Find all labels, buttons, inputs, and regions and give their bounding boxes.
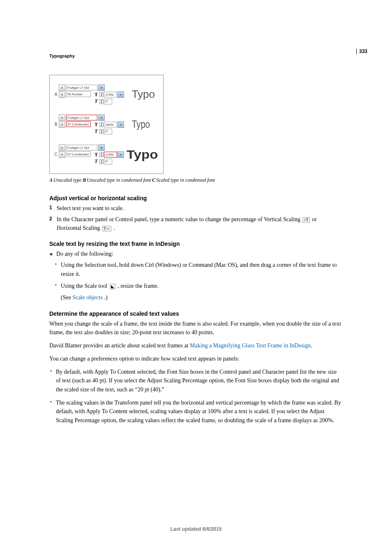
para-blatner-b: . (311, 342, 312, 349)
heading-scaled-text-values: Determine the appearance of scaled text … (49, 310, 343, 317)
vscale-field: 175% (104, 92, 117, 97)
pilcrow-icon: ¶ (59, 91, 65, 98)
bullet-transform-panel: The scaling values in the Transform pane… (49, 398, 343, 425)
font-family-field: Frutiger LT Std (66, 145, 97, 150)
spinner-icon: ▴▾ (99, 129, 104, 134)
step-2-text-a: In the Character panel or Control panel,… (57, 216, 302, 222)
bullet-scale-text-b: , resize the frame. (118, 283, 159, 289)
dropdown-icon: ▾ (98, 144, 105, 151)
para-scale-frame: When you change the scale of a frame, th… (49, 319, 343, 337)
heading-scale-text-frame: Scale text by resizing the text frame in… (49, 240, 343, 247)
figure-label-c: C (53, 152, 59, 157)
vscale-icon: T (93, 122, 99, 128)
chapter-title: Typography (49, 53, 343, 58)
bullet-scale-text-a: Using the Scale tool (61, 283, 109, 289)
figure-caption: AUnscaled type BUnscaled type in condens… (49, 177, 343, 183)
sample-text-c: Typo (127, 148, 158, 162)
figure-label-a: A (53, 92, 59, 97)
figure-row-c: C A Frutiger LT Std ▾ ¶ 57 Condensed T ▴… (50, 139, 163, 169)
char-style-icon: A (59, 114, 65, 121)
step-2: 2 In the Character panel or Control pane… (49, 215, 343, 232)
font-family-field: Frutiger LT Std (66, 85, 97, 90)
figure-row-b: B A Frutiger LT Std ▾ ¶ 57 Condensed T ▴… (50, 109, 163, 139)
pilcrow-icon: ¶ (59, 121, 65, 128)
horizontal-scaling-icon: T↔ (102, 226, 111, 231)
para-blatner: David Blatner provides an article about … (49, 341, 343, 350)
caption-label-c: C (152, 177, 155, 183)
font-style-field: 55 Roman (66, 91, 91, 97)
footer-last-updated: Last updated 6/6/2015 (0, 526, 392, 532)
vscale-field: 175% (104, 152, 117, 157)
bullet-selection-tool: Using the Selection tool, hold down Ctrl… (61, 261, 343, 278)
heading-adjust-scaling: Adjust vertical or horizontal scaling (49, 195, 343, 201)
vscale-icon: T (93, 92, 99, 98)
para-blatner-a: David Blatner provides an article about … (49, 342, 190, 349)
bullet-apply-to-content: By default, with Apply To Content select… (49, 368, 343, 394)
dropdown-icon: ▾ (118, 121, 124, 128)
figure-row-a: A A Frutiger LT Std ▾ ¶ 55 Roman T ▴▾ 17… (50, 79, 163, 109)
sample-text-b: Typo (132, 118, 150, 131)
spinner-icon: ▴▾ (99, 92, 104, 97)
step-1-text: Select text you want to scale. (57, 204, 124, 213)
skew-icon: T (93, 158, 99, 164)
link-scale-objects[interactable]: Scale objects (72, 294, 102, 301)
spinner-icon: ▴▾ (99, 122, 104, 127)
char-style-icon: A (59, 144, 65, 151)
step-1: 1Select text you want to scale. (49, 204, 343, 213)
link-magnifying-glass[interactable]: Making a Magnifying Glass Text Frame in … (190, 342, 311, 349)
figure-label-b: B (53, 122, 59, 127)
scale-tool-icon: ◣ (110, 284, 115, 289)
skew-icon: T (93, 128, 99, 134)
skew-field: 0° (104, 129, 112, 134)
vscale-icon: T (93, 152, 99, 158)
sample-text-a: Typo (132, 88, 155, 101)
spinner-icon: ▴▾ (99, 152, 104, 157)
spinner-icon: ▴▾ (99, 99, 104, 104)
vscale-field: 100% (104, 122, 117, 127)
font-family-field: Frutiger LT Std (66, 115, 97, 120)
vertical-scaling-icon: ↕T (302, 217, 309, 223)
figure-scaling-examples: A A Frutiger LT Std ▾ ¶ 55 Roman T ▴▾ 17… (49, 75, 164, 174)
page-number: 333 (356, 49, 367, 54)
dropdown-icon: ▾ (98, 114, 105, 121)
char-style-icon: A (59, 84, 65, 91)
skew-field: 0° (104, 99, 112, 104)
see-text: (See (61, 294, 72, 301)
font-style-field: 57 Condensed (66, 121, 91, 127)
bullet-scale-tool: Using the Scale tool ◣ , resize the fram… (61, 282, 343, 302)
step-2-text-c: . (113, 225, 115, 231)
caption-label-a: A (49, 177, 53, 183)
spinner-icon: ▴▾ (99, 159, 104, 164)
caption-label-b: B (83, 177, 86, 183)
dropdown-icon: ▾ (118, 91, 124, 98)
skew-field: 0° (104, 159, 112, 164)
see-end: .) (103, 294, 108, 301)
caption-text-a: Unscaled type (53, 177, 83, 183)
caption-text-b: Unscaled type in condensed font (87, 177, 152, 183)
caption-text-c: Scaled type in condensed font (156, 177, 215, 183)
font-style-field: 57 Condensed (66, 151, 91, 157)
dropdown-icon: ▾ (118, 151, 124, 158)
skew-icon: T (93, 98, 99, 104)
para-preferences: You can change a preferences option to i… (49, 354, 343, 363)
do-any-following: Do any of the following: (49, 250, 343, 258)
pilcrow-icon: ¶ (59, 151, 65, 158)
dropdown-icon: ▾ (98, 84, 105, 91)
